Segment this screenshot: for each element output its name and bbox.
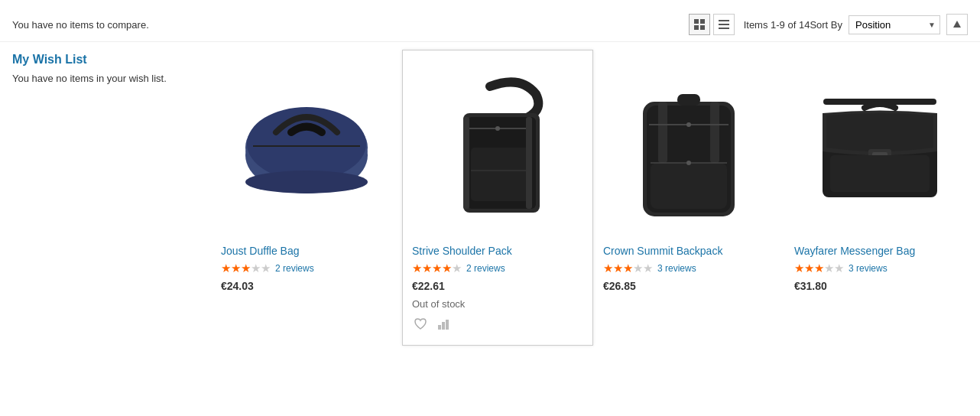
svg-rect-29 [651, 163, 727, 209]
svg-rect-5 [719, 24, 729, 25]
out-of-stock-label: Out of stock [412, 298, 583, 310]
star-2: ★ [804, 262, 814, 275]
rating-row-crown: ★ ★ ★ ★ ★ 3 reviews [603, 262, 774, 275]
star-2: ★ [231, 262, 241, 275]
star-5: ★ [643, 262, 653, 275]
wish-list-empty-text: You have no items in your wish list. [12, 73, 196, 84]
svg-rect-19 [463, 117, 469, 209]
sort-select[interactable]: Position Product Name Price [849, 15, 940, 34]
svg-rect-21 [438, 325, 441, 330]
product-card-wayfarer-messenger-bag: Wayfarer Messenger Bag ★ ★ ★ ★ ★ 3 revie… [784, 50, 975, 346]
svg-point-32 [686, 122, 691, 127]
svg-rect-6 [719, 28, 729, 29]
svg-marker-7 [953, 21, 961, 28]
wish-list-title: My Wish List [12, 53, 196, 67]
list-icon [719, 19, 729, 30]
rating-row-wayfarer: ★ ★ ★ ★ ★ 3 reviews [794, 262, 965, 275]
sort-direction-button[interactable] [946, 14, 968, 35]
grid-view-button[interactable] [689, 14, 710, 35]
reviews-link-wayfarer[interactable]: 3 reviews [849, 263, 888, 274]
svg-rect-3 [700, 25, 705, 30]
product-image-joust [221, 60, 392, 236]
compare-button-strive[interactable] [435, 316, 452, 336]
star-2: ★ [613, 262, 623, 275]
star-3: ★ [623, 262, 633, 275]
svg-rect-26 [677, 94, 700, 106]
items-count: Items 1-9 of 14 [744, 19, 810, 31]
star-3: ★ [432, 262, 442, 275]
svg-rect-27 [658, 102, 667, 163]
star-5: ★ [452, 262, 462, 275]
star-5: ★ [834, 262, 844, 275]
star-4: ★ [251, 262, 261, 275]
stars-crown: ★ ★ ★ ★ ★ [603, 262, 653, 275]
no-compare-text: You have no items to compare. [12, 19, 689, 31]
stars-wayfarer: ★ ★ ★ ★ ★ [794, 262, 844, 275]
product-name-crown[interactable]: Crown Summit Backpack [603, 245, 774, 257]
products-area: Joust Duffle Bag ★ ★ ★ ★ ★ 2 reviews €24… [211, 50, 975, 346]
star-3: ★ [814, 262, 824, 275]
product-image-wayfarer [794, 60, 965, 236]
star-4: ★ [824, 262, 834, 275]
view-toggle [689, 14, 735, 35]
svg-rect-38 [830, 155, 930, 192]
svg-rect-2 [694, 25, 699, 30]
product-name-strive[interactable]: Strive Shoulder Pack [412, 245, 583, 257]
star-4: ★ [442, 262, 452, 275]
reviews-link-strive[interactable]: 2 reviews [466, 263, 505, 274]
list-view-button[interactable] [713, 14, 735, 35]
stars-strive: ★ ★ ★ ★ ★ [412, 262, 462, 275]
sidebar: My Wish List You have no items in your w… [12, 50, 211, 346]
price-crown: €26.85 [603, 280, 774, 292]
stars-joust: ★ ★ ★ ★ ★ [221, 262, 271, 275]
product-card-crown-summit-backpack: Crown Summit Backpack ★ ★ ★ ★ ★ 3 review… [593, 50, 784, 346]
price-wayfarer: €31.80 [794, 280, 965, 292]
svg-point-12 [245, 171, 368, 193]
sort-bar: Sort By Position Product Name Price [810, 14, 968, 35]
duffle-bag-image [230, 71, 383, 224]
svg-point-18 [495, 126, 500, 131]
star-5: ★ [261, 262, 271, 275]
svg-rect-28 [710, 102, 719, 163]
top-bar: You have no items to compare. Items 1-9 … [0, 8, 980, 42]
rating-row-joust: ★ ★ ★ ★ ★ 2 reviews [221, 262, 392, 275]
star-4: ★ [633, 262, 643, 275]
products-grid: Joust Duffle Bag ★ ★ ★ ★ ★ 2 reviews €24… [211, 50, 975, 346]
compare-icon [436, 317, 450, 331]
svg-rect-15 [471, 148, 532, 201]
star-1: ★ [794, 262, 804, 275]
svg-rect-23 [446, 320, 449, 330]
price-strive: €22.61 [412, 280, 583, 292]
svg-point-33 [686, 161, 691, 165]
sort-label: Sort By [810, 19, 842, 31]
price-joust: €24.03 [221, 280, 392, 292]
main-content: My Wish List You have no items in your w… [0, 42, 980, 353]
product-name-wayfarer[interactable]: Wayfarer Messenger Bag [794, 245, 965, 257]
backpack-image [612, 71, 765, 224]
svg-rect-1 [700, 19, 705, 24]
grid-icon [694, 19, 705, 30]
star-1: ★ [412, 262, 422, 275]
star-1: ★ [221, 262, 231, 275]
svg-rect-0 [694, 19, 699, 24]
svg-rect-20 [526, 117, 532, 209]
product-name-joust[interactable]: Joust Duffle Bag [221, 245, 392, 257]
heart-icon [414, 317, 427, 331]
wishlist-button-strive[interactable] [412, 316, 429, 336]
star-1: ★ [603, 262, 613, 275]
sort-select-wrapper: Position Product Name Price [849, 15, 940, 34]
page-wrapper: You have no items to compare. Items 1-9 … [0, 0, 980, 416]
star-2: ★ [422, 262, 432, 275]
product-card-joust-duffle-bag: Joust Duffle Bag ★ ★ ★ ★ ★ 2 reviews €24… [211, 50, 402, 346]
product-card-strive-shoulder-pack: Strive Shoulder Pack ★ ★ ★ ★ ★ 2 reviews… [402, 50, 593, 346]
rating-row-strive: ★ ★ ★ ★ ★ 2 reviews [412, 262, 583, 275]
star-3: ★ [241, 262, 251, 275]
product-image-strive [412, 60, 583, 236]
reviews-link-joust[interactable]: 2 reviews [275, 263, 314, 274]
messenger-bag-image [803, 71, 956, 224]
reviews-link-crown[interactable]: 3 reviews [657, 263, 696, 274]
svg-rect-4 [719, 20, 729, 21]
action-icons-strive [412, 316, 583, 336]
svg-rect-22 [442, 322, 445, 330]
up-arrow-icon [952, 20, 962, 29]
